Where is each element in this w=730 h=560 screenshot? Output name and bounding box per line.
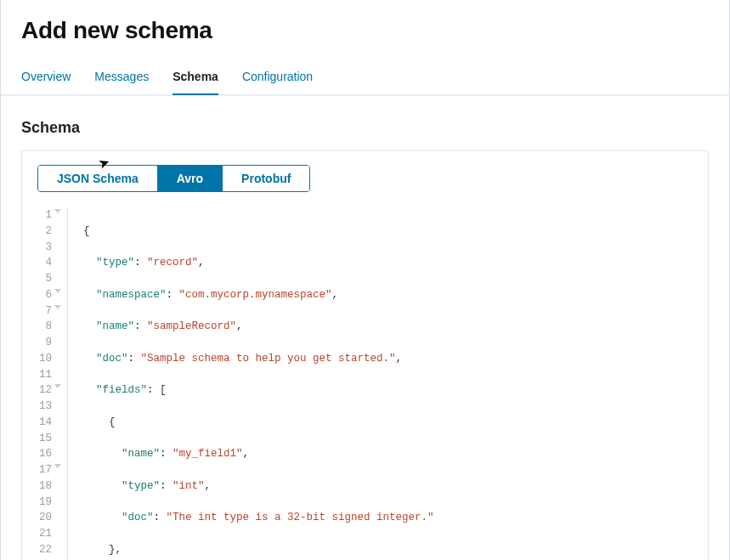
brace: { [109, 416, 116, 428]
colon: : [147, 384, 160, 396]
json-string: "record" [147, 257, 198, 269]
json-key: "type" [96, 257, 134, 269]
line-number: 9 [37, 335, 60, 351]
code-editor[interactable]: 1234567891011121314151617181920212223 { … [37, 207, 693, 560]
colon: : [134, 320, 147, 332]
fold-icon[interactable] [54, 289, 61, 293]
tab-configuration[interactable]: Configuration [242, 61, 313, 95]
comma: , [236, 320, 243, 332]
colon: : [154, 512, 167, 523]
section-title-schema: Schema [1, 95, 729, 150]
comma: , [332, 289, 339, 301]
json-string: "com.mycorp.mynamespace" [179, 289, 332, 301]
colon: : [167, 289, 179, 301]
json-key: "doc" [96, 353, 128, 365]
line-number: 2 [37, 223, 60, 240]
comma: , [243, 448, 250, 460]
line-number: 18 [37, 478, 60, 495]
comma: , [396, 353, 403, 365]
json-string: "Sample schema to help you get started." [141, 353, 396, 365]
line-number: 5 [37, 271, 60, 287]
json-string: "sampleRecord" [147, 320, 236, 332]
line-number: 8 [37, 319, 60, 335]
brace: { [83, 225, 90, 237]
nav-tabs: Overview Messages Schema Configuration [1, 61, 729, 95]
schema-type-avro[interactable]: Avro [158, 166, 223, 191]
comma: , [198, 257, 205, 269]
line-number: 19 [37, 495, 60, 511]
comma: , [205, 480, 212, 492]
tab-overview[interactable]: Overview [21, 61, 71, 95]
line-number: 21 [37, 526, 60, 542]
json-key: "name" [96, 320, 134, 332]
json-key: "type" [122, 480, 160, 492]
line-number: 10 [37, 351, 60, 367]
line-number: 14 [37, 415, 60, 431]
line-number: 4 [37, 255, 60, 271]
tab-schema[interactable]: Schema [173, 61, 218, 95]
json-string: "int" [173, 480, 205, 492]
schema-type-toggle: JSON Schema Avro Protobuf [37, 165, 310, 192]
line-number: 12 [37, 382, 60, 399]
fold-icon[interactable] [54, 305, 61, 309]
json-key: "fields" [96, 384, 147, 396]
colon: : [134, 257, 147, 269]
line-number: 6 [37, 287, 60, 303]
line-number: 7 [37, 303, 60, 320]
fold-icon[interactable] [54, 384, 61, 388]
page-title: Add new schema [1, 17, 729, 61]
tab-messages[interactable]: Messages [94, 61, 149, 95]
fold-icon[interactable] [54, 209, 61, 213]
line-number: 22 [37, 542, 60, 558]
line-number: 15 [37, 431, 60, 447]
fold-icon[interactable] [54, 464, 61, 468]
json-key: "namespace" [96, 289, 167, 301]
line-number: 13 [37, 399, 60, 415]
line-number: 16 [37, 446, 60, 462]
colon: : [128, 353, 141, 365]
bracket: [ [160, 384, 167, 396]
line-number: 1 [37, 207, 60, 223]
json-string: "my_field1" [173, 448, 243, 460]
line-number: 11 [37, 367, 60, 383]
json-key: "doc" [122, 512, 154, 523]
colon: : [160, 448, 173, 460]
line-number: 3 [37, 240, 60, 256]
colon: : [160, 480, 173, 492]
editor-content[interactable]: { "type": "record", "namespace": "com.my… [68, 207, 676, 560]
editor-gutter: 1234567891011121314151617181920212223 [37, 207, 68, 560]
line-number: 20 [37, 510, 60, 526]
json-string: "The int type is a 32-bit signed integer… [167, 512, 434, 523]
brace: }, [109, 544, 122, 556]
json-key: "name" [122, 448, 160, 460]
schema-type-json[interactable]: JSON Schema [38, 166, 158, 191]
line-number: 17 [37, 462, 60, 478]
schema-panel: JSON Schema Avro Protobuf 12345678910111… [21, 150, 709, 560]
schema-type-protobuf[interactable]: Protobuf [223, 166, 309, 191]
